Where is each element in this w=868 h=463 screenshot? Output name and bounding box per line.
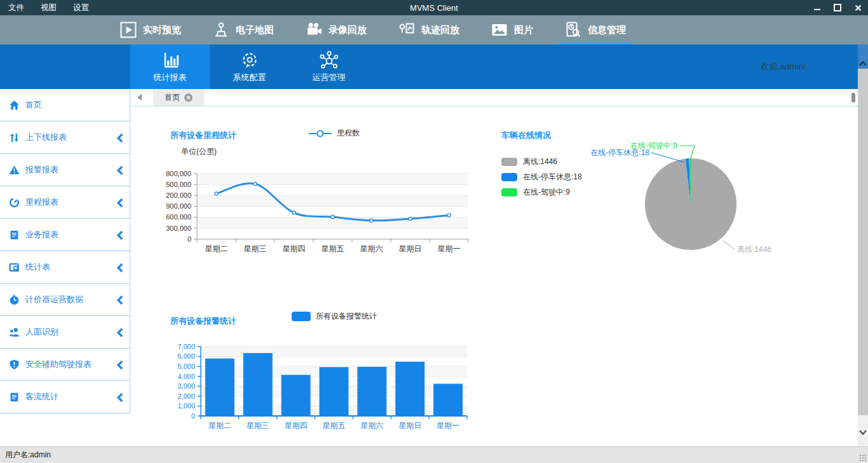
sidebar-item-label: 里程报表 xyxy=(25,197,58,208)
subnav-stats-report[interactable]: 统计报表 xyxy=(130,45,210,89)
sidebar-item-mileage-report[interactable]: 里程报表 xyxy=(0,186,130,219)
chevron-collapse-icon[interactable] xyxy=(117,392,123,403)
system-config-icon xyxy=(240,51,259,70)
window-title: MVMS Client xyxy=(0,3,868,13)
scrollbar-thumb[interactable] xyxy=(858,69,868,415)
resize-grip[interactable] xyxy=(859,454,867,462)
svg-text:星期六: 星期六 xyxy=(360,421,383,430)
tab-close-button[interactable] xyxy=(184,93,193,102)
sidebar-item-label: 业务报表 xyxy=(25,229,58,240)
subnav-system-config[interactable]: 系统配置 xyxy=(210,45,289,89)
maximize-button[interactable] xyxy=(834,4,841,11)
sidebar-item-face-recognition[interactable]: 人面识别 xyxy=(0,316,130,349)
mileage-report-icon xyxy=(8,197,20,208)
svg-text:星期日: 星期日 xyxy=(398,421,421,430)
chevron-collapse-icon[interactable] xyxy=(117,328,123,338)
safe-driving-icon xyxy=(8,359,20,370)
svg-text:1,000: 1,000 xyxy=(177,402,195,410)
status-bar: 用户名:admin xyxy=(0,446,868,463)
svg-text:星期一: 星期一 xyxy=(438,244,461,253)
close-icon xyxy=(855,4,862,11)
sidebar-item-business-report[interactable]: 业务报表 xyxy=(0,219,130,251)
svg-text:星期二: 星期二 xyxy=(208,421,231,430)
svg-text:200,000: 200,000 xyxy=(166,191,191,199)
sidebar-item-label: 首页 xyxy=(25,99,42,111)
sidebar-item-alarm-report[interactable]: 报警报表 xyxy=(0,154,130,186)
tab-scroll-left-button[interactable] xyxy=(136,93,142,102)
minimize-button[interactable] xyxy=(813,4,821,11)
sidebar-item-label: 报警报表 xyxy=(25,164,58,176)
chevron-collapse-icon[interactable] xyxy=(117,360,123,370)
svg-text:6,000: 6,000 xyxy=(177,352,195,360)
chevron-collapse-icon[interactable] xyxy=(117,263,123,273)
chevron-collapse-icon[interactable] xyxy=(117,133,123,143)
username-status-text: 用户名:admin xyxy=(5,450,51,460)
legend-swatch xyxy=(501,158,517,166)
chevron-collapse-icon[interactable] xyxy=(117,295,123,305)
toolbar-label: 电子地图 xyxy=(236,24,274,36)
subnav-operation[interactable]: 运营管理 xyxy=(289,45,369,89)
minimize-icon xyxy=(814,9,820,10)
svg-text:800,000: 800,000 xyxy=(166,170,191,177)
chevron-collapse-icon[interactable] xyxy=(117,165,123,176)
svg-text:星期四: 星期四 xyxy=(283,244,306,253)
menu-view[interactable]: 视图 xyxy=(32,0,65,15)
toolbar-info-management[interactable]: 信息管理 xyxy=(561,15,630,45)
tab-label: 首页 xyxy=(165,92,180,103)
toolbar-live-preview[interactable]: 实时预览 xyxy=(116,15,185,45)
operation-icon xyxy=(320,51,339,70)
scroll-down-button[interactable] xyxy=(858,426,868,439)
sidebar-item-label: 计价器运营数据 xyxy=(25,294,83,305)
sidebar-item-online-offline-report[interactable]: 上下线报表 xyxy=(0,121,130,154)
sidebar-item-stats-table[interactable]: 统计表 xyxy=(0,251,130,284)
scroll-up-button[interactable] xyxy=(858,45,868,69)
sidebar-item-taximeter-data[interactable]: 计价器运营数据 xyxy=(0,284,130,316)
emap-icon xyxy=(213,22,229,38)
tab-scroll-right-button[interactable] xyxy=(851,93,855,102)
sidebar-item-home[interactable]: 首页 xyxy=(0,89,130,121)
business-report-icon xyxy=(8,230,20,240)
pie-chart-title: 车辆在线情况 xyxy=(501,130,551,141)
sidebar-item-label: 安全辅助驾驶报表 xyxy=(25,359,92,370)
toolbar-track-playback[interactable]: 轨迹回放 xyxy=(395,15,463,45)
sidebar-item-label: 上下线报表 xyxy=(25,132,67,143)
svg-text:600,000: 600,000 xyxy=(166,213,191,221)
toolbar-video-playback[interactable]: 录像回放 xyxy=(302,15,370,45)
chevron-up-icon xyxy=(859,61,867,66)
close-button[interactable] xyxy=(854,4,862,11)
chevron-collapse-icon[interactable] xyxy=(117,230,123,240)
toolbar-picture[interactable]: 图片 xyxy=(487,15,537,45)
pie-legend-item[interactable]: 在线-驾驶中:9 xyxy=(501,184,582,200)
subnav-label: 统计报表 xyxy=(154,72,187,83)
live-preview-icon xyxy=(120,22,137,38)
taximeter-icon xyxy=(8,294,20,305)
tab-home[interactable]: 首页 xyxy=(153,89,204,106)
svg-text:0: 0 xyxy=(191,412,195,420)
svg-text:4,000: 4,000 xyxy=(177,373,195,380)
svg-text:7,000: 7,000 xyxy=(177,343,195,350)
info-management-icon xyxy=(565,22,581,38)
sidebar-item-passenger-flow[interactable]: 客流统计 xyxy=(0,381,130,413)
svg-text:500,000: 500,000 xyxy=(166,181,191,188)
svg-text:300,000: 300,000 xyxy=(166,225,191,232)
sidebar-item-safe-driving-report[interactable]: 安全辅助驾驶报表 xyxy=(0,349,130,381)
passenger-flow-icon xyxy=(8,392,20,403)
legend-swatch xyxy=(501,188,517,197)
welcome-text: 欢迎,admin! xyxy=(761,45,806,89)
legend-swatch xyxy=(292,312,311,321)
toolbar-emap[interactable]: 电子地图 xyxy=(209,15,278,45)
face-recognition-icon xyxy=(8,327,20,338)
svg-text:离线:1446: 离线:1446 xyxy=(737,245,771,254)
chevron-collapse-icon[interactable] xyxy=(117,198,123,208)
legend-label: 离线:1446 xyxy=(523,156,557,167)
bar-chart-legend[interactable]: 所有设备报警统计 xyxy=(292,311,377,322)
stats-report-icon xyxy=(161,51,180,70)
menu-settings[interactable]: 设置 xyxy=(65,0,97,15)
line-chart-legend[interactable]: 里程数 xyxy=(309,128,360,139)
alarm-report-icon xyxy=(8,165,20,176)
pie-legend-item[interactable]: 在线-停车休息:18 xyxy=(501,169,582,184)
vertical-scrollbar[interactable] xyxy=(858,45,868,446)
toolbar-label: 录像回放 xyxy=(329,24,367,36)
pie-legend-item[interactable]: 离线:1446 xyxy=(501,154,582,169)
menu-file[interactable]: 文件 xyxy=(0,0,32,15)
